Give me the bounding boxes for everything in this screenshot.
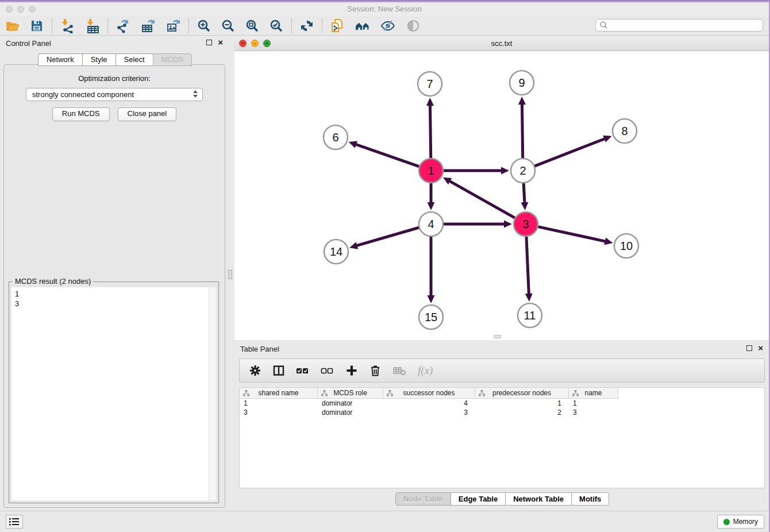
toolbar-separator bbox=[188, 18, 189, 33]
panel-splitter-handle[interactable] bbox=[228, 270, 232, 279]
edge-arrowhead-icon bbox=[518, 97, 526, 105]
close-panel-button[interactable]: Close panel bbox=[118, 107, 177, 121]
edge-3-1[interactable] bbox=[448, 180, 517, 219]
table-cell[interactable]: 1 bbox=[569, 399, 618, 408]
column-header-successor-nodes[interactable]: successor nodes bbox=[383, 388, 475, 399]
edge-3-10[interactable] bbox=[536, 226, 607, 242]
node-label: 10 bbox=[620, 240, 633, 252]
tab-style[interactable]: Style bbox=[82, 53, 116, 66]
edge-2-3[interactable] bbox=[523, 180, 525, 204]
edge-2-9[interactable] bbox=[522, 103, 522, 161]
tab-network-table[interactable]: Network Table bbox=[505, 492, 572, 506]
import-table-icon[interactable] bbox=[84, 18, 101, 33]
unselect-all-checkboxes-icon[interactable] bbox=[321, 364, 334, 377]
criterion-value: strongly connected component bbox=[32, 90, 134, 99]
zoom-selected-icon[interactable] bbox=[268, 18, 284, 33]
search-input[interactable] bbox=[609, 20, 763, 30]
network-splitter-handle[interactable] bbox=[494, 335, 501, 338]
delete-table-icon[interactable] bbox=[392, 364, 406, 377]
control-panel-tabs: NetworkStyleSelectMCDS bbox=[0, 53, 230, 66]
table-cell[interactable]: 2 bbox=[475, 408, 569, 417]
tab-edge-table[interactable]: Edge Table bbox=[451, 492, 506, 506]
zoom-out-icon[interactable] bbox=[220, 18, 236, 33]
zoom-in-icon[interactable] bbox=[196, 18, 212, 33]
table-cell[interactable]: 3 bbox=[569, 408, 618, 417]
hide-selected-icon[interactable] bbox=[380, 18, 396, 33]
close-panel-icon[interactable]: × bbox=[218, 40, 223, 45]
toolbar-separator bbox=[322, 18, 322, 33]
network-canvas[interactable]: 1234678910111415 bbox=[234, 51, 769, 340]
edge-4-14[interactable] bbox=[356, 227, 422, 246]
column-header-MCDS-role[interactable]: MCDS role bbox=[318, 388, 383, 399]
edge-arrowhead-icon bbox=[349, 242, 358, 249]
node-label: 14 bbox=[330, 245, 342, 258]
toolbar-separator bbox=[291, 18, 292, 33]
table-cell[interactable]: 4 bbox=[383, 399, 475, 408]
zoom-fit-icon[interactable] bbox=[244, 18, 260, 33]
node-label: 7 bbox=[426, 78, 433, 90]
column-header-shared-name[interactable]: shared name bbox=[240, 388, 318, 399]
tab-select[interactable]: Select bbox=[116, 53, 153, 66]
dropdown-stepper-icon[interactable] bbox=[193, 90, 198, 98]
table-panel: Table Panel × bbox=[234, 341, 770, 510]
titlebar: Session: New Session bbox=[0, 2, 769, 16]
export-network-icon[interactable] bbox=[115, 18, 131, 33]
tab-node-table[interactable]: Node Table bbox=[395, 492, 451, 506]
memory-button[interactable]: Memory bbox=[717, 515, 764, 529]
edge-arrowhead-icon bbox=[604, 238, 613, 245]
svg-text:f(x): f(x) bbox=[418, 364, 433, 377]
window-title: Session: New Session bbox=[0, 5, 769, 13]
node-label: 1 bbox=[428, 164, 434, 177]
mcds-panel: Optimization criterion: strongly connect… bbox=[3, 64, 225, 508]
add-column-icon[interactable] bbox=[345, 364, 358, 377]
settings-icon[interactable] bbox=[249, 364, 261, 377]
select-all-checkboxes-icon[interactable] bbox=[296, 364, 310, 377]
float-table-panel-icon[interactable] bbox=[746, 345, 752, 351]
network-view-window: ✕ − + scc.txt 1234678910111415 bbox=[234, 37, 770, 340]
table-row[interactable]: 1dominator411 bbox=[240, 399, 764, 408]
first-neighbors-icon[interactable] bbox=[355, 18, 371, 33]
network-window-titlebar[interactable]: ✕ − + scc.txt bbox=[234, 37, 769, 51]
show-all-icon[interactable] bbox=[405, 18, 421, 33]
float-panel-icon[interactable] bbox=[206, 40, 212, 45]
refresh-view-icon[interactable] bbox=[299, 18, 315, 33]
split-columns-icon[interactable] bbox=[272, 364, 285, 377]
control-panel: Control Panel × NetworkStyleSelectMCDS O… bbox=[0, 36, 230, 510]
column-header-name[interactable]: name bbox=[569, 388, 618, 399]
main-toolbar bbox=[0, 16, 769, 36]
close-table-panel-icon[interactable]: × bbox=[758, 345, 763, 351]
table-cell[interactable]: dominator bbox=[318, 399, 383, 408]
result-scrollbar[interactable] bbox=[209, 287, 216, 500]
table-row[interactable]: 3dominator323 bbox=[240, 408, 764, 417]
table-cell[interactable]: 3 bbox=[240, 408, 318, 417]
task-history-button[interactable] bbox=[6, 515, 23, 529]
duplicate-network-icon[interactable] bbox=[329, 18, 345, 33]
tab-motifs[interactable]: Motifs bbox=[571, 492, 609, 506]
table-cell[interactable]: 1 bbox=[240, 399, 318, 408]
column-header-predecessor-nodes[interactable]: predecessor nodes bbox=[475, 388, 569, 399]
criterion-dropdown[interactable]: strongly connected component bbox=[26, 88, 203, 101]
mcds-result-text[interactable]: 1 3 bbox=[11, 287, 209, 500]
export-image-icon[interactable] bbox=[165, 18, 182, 33]
edge-1-6[interactable] bbox=[355, 144, 422, 168]
search-box[interactable] bbox=[595, 19, 763, 32]
export-table-icon[interactable] bbox=[140, 18, 156, 33]
save-session-icon[interactable] bbox=[29, 18, 45, 33]
node-label: 15 bbox=[425, 311, 437, 323]
tab-mcds[interactable]: MCDS bbox=[153, 53, 192, 66]
edge-1-7[interactable] bbox=[430, 104, 430, 161]
edge-3-11[interactable] bbox=[526, 234, 529, 295]
delete-column-icon[interactable] bbox=[369, 364, 382, 377]
open-file-icon[interactable] bbox=[5, 18, 21, 33]
run-mcds-button[interactable]: Run MCDS bbox=[52, 107, 110, 121]
tab-network[interactable]: Network bbox=[38, 53, 83, 66]
toolbar-separator bbox=[107, 18, 108, 33]
table-cell[interactable]: 1 bbox=[475, 399, 569, 408]
edge-arrowhead-icon bbox=[426, 98, 434, 106]
edge-2-8[interactable] bbox=[532, 138, 606, 167]
table-cell[interactable]: 3 bbox=[383, 408, 475, 417]
table-cell[interactable]: dominator bbox=[318, 408, 383, 417]
import-network-icon[interactable] bbox=[59, 18, 75, 33]
function-builder-icon[interactable]: f(x) bbox=[417, 364, 437, 377]
edge-arrowhead-icon bbox=[501, 167, 509, 175]
